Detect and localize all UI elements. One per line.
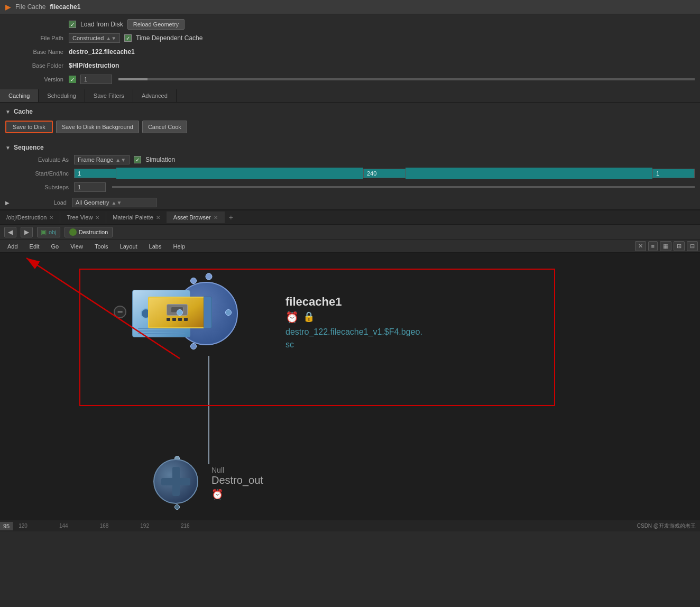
filecache-path-line2: sc — [285, 340, 294, 349]
select-arrow-icon: ▲▼ — [106, 35, 116, 41]
cache-section-title: Cache — [14, 108, 33, 115]
sequence-triangle-icon: ▼ — [5, 145, 11, 151]
forward-button[interactable]: ▶ — [21, 227, 33, 237]
obj-icon: ▣ — [41, 228, 47, 236]
menu-go[interactable]: Go — [46, 242, 65, 251]
file-path-select-value: Constructed — [72, 35, 104, 41]
cache-section-header[interactable]: ▼ Cache — [5, 106, 695, 117]
filecache-visual — [132, 282, 248, 345]
destruction-node-button[interactable]: Destruction — [65, 227, 113, 237]
filecache-node[interactable]: − — [132, 282, 248, 345]
load-triangle-icon[interactable]: ▶ — [5, 200, 10, 206]
drawer-dots-row — [167, 318, 188, 321]
start-field[interactable] — [74, 169, 116, 178]
view-btn-list[interactable]: ≡ — [648, 241, 658, 251]
file-path-select[interactable]: Constructed ▲▼ — [69, 33, 120, 43]
null-circle — [153, 459, 198, 504]
bottom-tab-tree-view[interactable]: Tree View ✕ — [60, 211, 106, 223]
obj-breadcrumb-button[interactable]: ▣ obj — [37, 227, 60, 237]
null-type-label: Null — [211, 466, 263, 474]
tab-caching[interactable]: Caching — [0, 89, 39, 102]
menu-labs[interactable]: Labs — [144, 242, 167, 251]
cache-buttons-row: Save to Disk Save to Disk in Background … — [5, 117, 695, 136]
sequence-section-header[interactable]: ▼ Sequence — [5, 142, 695, 153]
node-editor-area: ◀ ▶ ▣ obj Destruction Add Edit Go View T… — [0, 225, 700, 531]
material-palette-tab-label: Material Palette — [113, 214, 153, 220]
filecache-node-name: filecache1 — [285, 295, 422, 309]
drawer-dot-2 — [172, 318, 176, 321]
load-from-disk-checkbox[interactable]: ✓ — [69, 21, 76, 28]
tree-view-tab-close[interactable]: ✕ — [95, 215, 99, 220]
tree-view-tab-label: Tree View — [67, 214, 93, 220]
substeps-input[interactable] — [74, 182, 106, 192]
menu-bar: Add Edit Go View Tools Layout Labs Help … — [0, 240, 700, 253]
asset-browser-tab-label: Asset Browser — [173, 214, 211, 220]
tabs-bar: Caching Scheduling Save Filters Advanced — [0, 89, 700, 103]
substeps-slider[interactable] — [112, 186, 695, 188]
tick-120: 120 — [19, 523, 27, 529]
back-button[interactable]: ◀ — [4, 227, 16, 237]
material-palette-tab-close[interactable]: ✕ — [156, 215, 160, 220]
menu-edit[interactable]: Edit — [24, 242, 45, 251]
load-label: Load — [14, 199, 72, 206]
timeline-ticks[interactable]: 120 144 168 192 216 — [13, 523, 632, 529]
evaluate-as-select[interactable]: Frame Range ▲▼ — [74, 155, 130, 164]
time-dependent-checkbox[interactable]: ✓ — [124, 34, 132, 42]
obj-destruction-tab-close[interactable]: ✕ — [49, 215, 53, 220]
filecache-node-info: filecache1 ⏰ 🔒 destro_122.filecache1_v1.… — [285, 295, 422, 351]
tab-advanced[interactable]: Advanced — [133, 89, 177, 102]
simulation-checkbox[interactable]: ✓ — [134, 156, 141, 163]
tick-216: 216 — [181, 523, 190, 529]
tab-scheduling[interactable]: Scheduling — [39, 89, 85, 102]
null-node[interactable]: Null Destro_out ⏰ — [153, 459, 263, 507]
destruction-node-icon — [69, 228, 77, 236]
base-folder-row: Base Folder $HIP/destruction — [0, 59, 700, 72]
reload-geometry-button[interactable]: Reload Geometry — [127, 19, 185, 30]
tab-save-filters[interactable]: Save Filters — [85, 89, 133, 102]
version-input[interactable] — [80, 75, 112, 84]
filecache-minus-button[interactable]: − — [114, 306, 126, 318]
menu-help[interactable]: Help — [168, 242, 190, 251]
node-name-label: filecache1 — [50, 3, 80, 11]
save-to-disk-background-button[interactable]: Save to Disk in Background — [56, 121, 139, 133]
base-folder-value: $HIP/destruction — [69, 62, 695, 69]
sequence-section-title: Sequence — [14, 144, 44, 151]
load-from-disk-row: ✓ Load from Disk Reload Geometry — [0, 17, 700, 31]
cache-section: ▼ Cache Save to Disk Save to Disk in Bac… — [0, 103, 700, 140]
bottom-tab-asset-browser[interactable]: Asset Browser ✕ — [167, 211, 225, 223]
load-row: ▶ Load All Geometry ▲▼ — [0, 196, 700, 209]
view-btn-grid[interactable]: ▦ — [660, 241, 671, 251]
node-type-label: File Cache — [15, 3, 45, 11]
null-node-info: Null Destro_out ⏰ — [211, 466, 263, 500]
null-connector-bottom — [174, 504, 180, 510]
save-to-disk-button[interactable]: Save to Disk — [5, 121, 53, 133]
menu-view[interactable]: View — [65, 242, 88, 251]
view-btn-tiles[interactable]: ⊞ — [674, 241, 685, 251]
clock-icon: ⏰ — [285, 311, 299, 324]
cancel-cook-button[interactable]: Cancel Cook — [142, 121, 187, 133]
version-slider[interactable] — [118, 78, 695, 80]
range-middle-2 — [406, 168, 652, 179]
bottom-tab-obj-destruction[interactable]: /obj/Destruction ✕ — [0, 211, 60, 223]
menu-add[interactable]: Add — [2, 242, 23, 251]
menu-layout[interactable]: Layout — [115, 242, 143, 251]
view-btn-details[interactable]: ⊟ — [687, 241, 698, 251]
inc-field[interactable] — [652, 169, 695, 178]
menu-tools[interactable]: Tools — [89, 242, 114, 251]
load-arrow-icon: ▲▼ — [112, 200, 122, 206]
end-field[interactable] — [363, 169, 406, 178]
version-label: Version — [5, 76, 69, 82]
base-folder-label: Base Folder — [5, 62, 69, 69]
bottom-tab-material-palette[interactable]: Material Palette ✕ — [106, 211, 167, 223]
add-tab-button[interactable]: + — [225, 210, 237, 224]
load-select[interactable]: All Geometry ▲▼ — [72, 198, 156, 207]
view-btn-cut[interactable]: ✕ — [635, 241, 646, 251]
file-path-row: File Path Constructed ▲▼ ✓ Time Dependen… — [0, 31, 700, 45]
version-checkbox[interactable]: ✓ — [69, 76, 76, 83]
sequence-section: ▼ Sequence Evaluate As Frame Range ▲▼ ✓ … — [0, 140, 700, 196]
asset-browser-tab-close[interactable]: ✕ — [214, 215, 218, 220]
filecache-node-path: destro_122.filecache1_v1.$F4.bgeo. sc — [285, 326, 422, 351]
drawer-dot-4 — [184, 318, 188, 321]
evaluate-as-row: Evaluate As Frame Range ▲▼ ✓ Simulation — [5, 153, 695, 166]
base-name-text: destro_122.filecache1 — [69, 48, 135, 56]
